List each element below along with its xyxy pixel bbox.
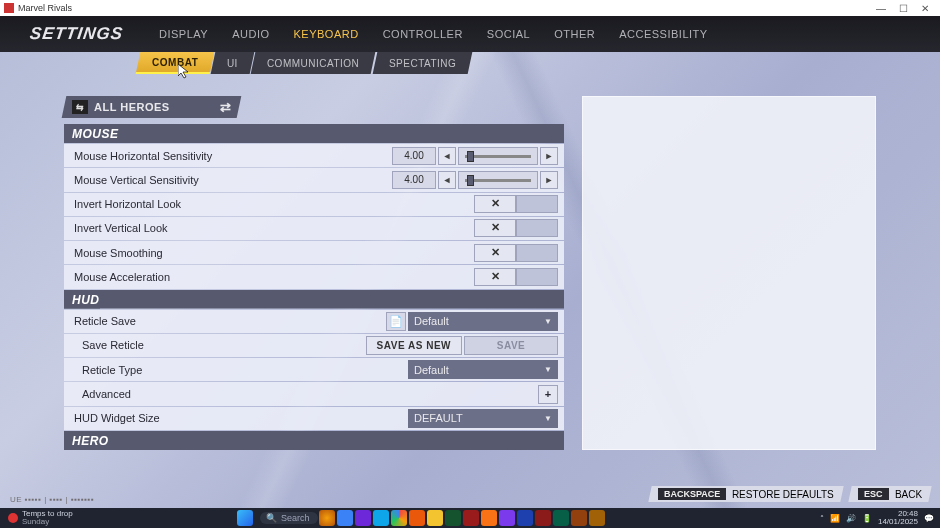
row-invh: Invert Horizontal Look ✕ bbox=[64, 193, 564, 216]
close-button[interactable]: ✕ bbox=[914, 3, 936, 14]
battery-icon[interactable]: 🔋 bbox=[862, 514, 872, 523]
tab-display[interactable]: DISPLAY bbox=[147, 16, 220, 52]
reticle-type-dropdown[interactable]: Default▼ bbox=[408, 360, 558, 379]
taskbar-app[interactable] bbox=[463, 510, 479, 526]
vsens-inc[interactable]: ► bbox=[540, 171, 558, 189]
hsens-inc[interactable]: ► bbox=[540, 147, 558, 165]
taskbar-search[interactable]: 🔍Search bbox=[260, 512, 318, 524]
chrome-icon[interactable] bbox=[391, 510, 407, 526]
tab-audio[interactable]: AUDIO bbox=[220, 16, 281, 52]
tab-controller[interactable]: CONTROLLER bbox=[371, 16, 475, 52]
tab-keyboard[interactable]: KEYBOARD bbox=[282, 16, 371, 52]
taskbar-app[interactable] bbox=[535, 510, 551, 526]
subtab-ui[interactable]: UI bbox=[211, 52, 255, 74]
build-text: UE ▪▪▪▪▪ | ▪▪▪▪ | ▪▪▪▪▪▪▪ bbox=[10, 495, 94, 504]
vlc-icon[interactable] bbox=[481, 510, 497, 526]
game-viewport: SETTINGS DISPLAY AUDIO KEYBOARD CONTROLL… bbox=[0, 16, 940, 508]
window-titlebar: Marvel Rivals ― ☐ ✕ bbox=[0, 0, 940, 16]
hsens-value[interactable]: 4.00 bbox=[392, 147, 436, 165]
taskbar-app[interactable] bbox=[553, 510, 569, 526]
invh-toggle-alt[interactable] bbox=[516, 195, 558, 213]
tab-other[interactable]: OTHER bbox=[542, 16, 607, 52]
preview-panel bbox=[582, 96, 876, 450]
accel-toggle[interactable]: ✕ bbox=[474, 268, 516, 286]
taskbar-app[interactable] bbox=[319, 510, 335, 526]
search-icon: 🔍 bbox=[266, 513, 277, 523]
photoshop-icon[interactable] bbox=[517, 510, 533, 526]
row-accel: Mouse Acceleration ✕ bbox=[64, 265, 564, 288]
smooth-toggle-alt[interactable] bbox=[516, 244, 558, 262]
advanced-expand[interactable]: + bbox=[538, 385, 558, 404]
windows-taskbar: 🔍Search ˄ 📶 🔊 🔋 20:48 14/01/2025 💬 bbox=[0, 508, 940, 528]
section-hero: HERO bbox=[64, 431, 564, 450]
vsens-value[interactable]: 4.00 bbox=[392, 171, 436, 189]
row-save-reticle: Save Reticle SAVE AS NEW SAVE bbox=[64, 334, 564, 357]
restore-defaults-hint[interactable]: BACKSPACE RESTORE DEFAULTS bbox=[648, 486, 844, 502]
settings-header: SETTINGS DISPLAY AUDIO KEYBOARD CONTROLL… bbox=[0, 16, 940, 52]
vsens-dec[interactable]: ◄ bbox=[438, 171, 456, 189]
hero-selector-label: ALL HEROES bbox=[94, 101, 170, 113]
save-button[interactable]: SAVE bbox=[464, 336, 558, 355]
section-mouse: MOUSE bbox=[64, 124, 564, 143]
row-hsens: Mouse Horizontal Sensitivity 4.00 ◄ ► bbox=[64, 144, 564, 167]
smooth-toggle[interactable]: ✕ bbox=[474, 244, 516, 262]
section-hud: HUD bbox=[64, 290, 564, 309]
reticle-file-icon[interactable]: 📄 bbox=[386, 312, 406, 331]
invv-toggle[interactable]: ✕ bbox=[474, 219, 516, 237]
back-hint[interactable]: ESC BACK bbox=[849, 486, 932, 502]
chevron-up-icon[interactable]: ˄ bbox=[820, 514, 824, 523]
swap-icon: ⇄ bbox=[220, 100, 232, 115]
taskbar-app[interactable] bbox=[499, 510, 515, 526]
row-widget: HUD Widget Size DEFAULT▼ bbox=[64, 407, 564, 430]
subtab-spectating[interactable]: SPECTATING bbox=[372, 52, 472, 74]
settings-list: ⇆ ALL HEROES ⇄ MOUSE Mouse Horizontal Se… bbox=[64, 96, 564, 450]
footer-hints: BACKSPACE RESTORE DEFAULTS ESC BACK bbox=[650, 486, 930, 502]
taskbar-app[interactable] bbox=[589, 510, 605, 526]
row-smooth: Mouse Smoothing ✕ bbox=[64, 241, 564, 264]
start-button[interactable] bbox=[237, 510, 253, 526]
vsens-slider[interactable] bbox=[458, 171, 538, 189]
row-invv: Invert Vertical Look ✕ bbox=[64, 217, 564, 240]
maximize-button[interactable]: ☐ bbox=[892, 3, 914, 14]
hero-selector[interactable]: ⇆ ALL HEROES ⇄ bbox=[62, 96, 242, 118]
settings-title: SETTINGS bbox=[29, 24, 125, 44]
subtab-bar: COMBAT UI COMMUNICATION SPECTATING bbox=[0, 52, 940, 74]
chevron-down-icon: ▼ bbox=[544, 317, 552, 326]
volume-icon[interactable]: 🔊 bbox=[846, 514, 856, 523]
taskbar-app[interactable] bbox=[445, 510, 461, 526]
file-explorer-icon[interactable] bbox=[427, 510, 443, 526]
firefox-icon[interactable] bbox=[409, 510, 425, 526]
invh-toggle[interactable]: ✕ bbox=[474, 195, 516, 213]
row-advanced: Advanced + bbox=[64, 382, 564, 405]
weather-icon bbox=[8, 513, 18, 523]
minimize-button[interactable]: ― bbox=[870, 3, 892, 14]
chevron-down-icon: ▼ bbox=[544, 414, 552, 423]
chevron-down-icon: ▼ bbox=[544, 365, 552, 374]
notifications-icon[interactable]: 💬 bbox=[924, 514, 934, 523]
invv-toggle-alt[interactable] bbox=[516, 219, 558, 237]
window-title: Marvel Rivals bbox=[18, 3, 72, 13]
weather-widget[interactable]: Temps to drop Sunday bbox=[2, 508, 73, 528]
reticle-save-dropdown[interactable]: Default▼ bbox=[408, 312, 558, 331]
system-tray[interactable]: ˄ 📶 🔊 🔋 20:48 14/01/2025 💬 bbox=[820, 510, 934, 526]
taskbar-app[interactable] bbox=[355, 510, 371, 526]
subtab-combat[interactable]: COMBAT bbox=[136, 52, 215, 74]
wifi-icon[interactable]: 📶 bbox=[830, 514, 840, 523]
tab-accessibility[interactable]: ACCESSIBILITY bbox=[607, 16, 719, 52]
tab-social[interactable]: SOCIAL bbox=[475, 16, 542, 52]
row-reticle-type: Reticle Type Default▼ bbox=[64, 358, 564, 381]
app-icon bbox=[4, 3, 14, 13]
hero-icon: ⇆ bbox=[72, 100, 88, 114]
subtab-communication[interactable]: COMMUNICATION bbox=[251, 52, 376, 74]
hsens-slider[interactable] bbox=[458, 147, 538, 165]
row-reticle-save: Reticle Save 📄 Default▼ bbox=[64, 310, 564, 333]
hsens-dec[interactable]: ◄ bbox=[438, 147, 456, 165]
taskbar-app[interactable] bbox=[571, 510, 587, 526]
taskbar-app[interactable] bbox=[373, 510, 389, 526]
widget-dropdown[interactable]: DEFAULT▼ bbox=[408, 409, 558, 428]
row-vsens: Mouse Vertical Sensitivity 4.00 ◄ ► bbox=[64, 168, 564, 191]
save-as-new-button[interactable]: SAVE AS NEW bbox=[366, 336, 462, 355]
accel-toggle-alt[interactable] bbox=[516, 268, 558, 286]
taskbar-app[interactable] bbox=[337, 510, 353, 526]
